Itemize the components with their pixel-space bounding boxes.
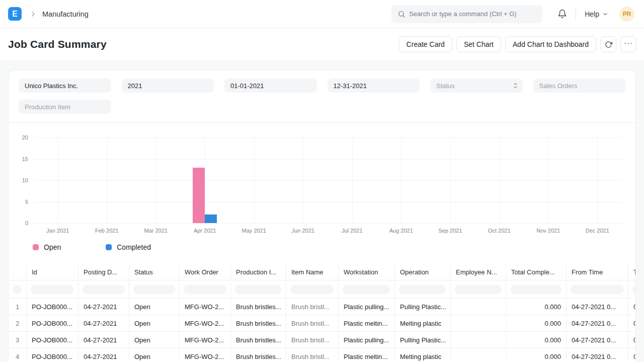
table-cell[interactable]: Brush bristl... bbox=[286, 315, 339, 332]
table-cell[interactable]: 0 bbox=[628, 332, 636, 348]
column-filter-input[interactable] bbox=[290, 285, 334, 294]
set-chart-button[interactable]: Set Chart bbox=[456, 36, 501, 52]
table-cell[interactable]: Pulling Plastic... bbox=[395, 332, 451, 348]
table-cell[interactable]: Melting plastic bbox=[395, 348, 451, 362]
filter-to-date[interactable]: 12-31-2021 bbox=[328, 79, 420, 93]
table-cell[interactable]: 0.000 bbox=[506, 315, 567, 332]
menu-button[interactable]: ··· bbox=[620, 36, 636, 52]
navbar: E Manufacturing Help PR bbox=[0, 0, 644, 28]
table-cell[interactable]: 04-27-2021 bbox=[78, 348, 129, 362]
table-cell[interactable]: 04-27-2021 0... bbox=[567, 299, 628, 315]
table-cell[interactable]: Open bbox=[129, 299, 180, 315]
column-header[interactable] bbox=[9, 264, 27, 280]
column-filter-input[interactable] bbox=[235, 285, 282, 294]
table-cell[interactable]: Open bbox=[129, 348, 180, 362]
column-header[interactable]: Item Name bbox=[286, 264, 339, 280]
column-filter-input[interactable] bbox=[571, 285, 624, 294]
table-cell[interactable]: Plastic pulling... bbox=[339, 332, 395, 348]
help-menu[interactable]: Help bbox=[585, 10, 608, 18]
table-cell[interactable]: 04-27-2021 bbox=[78, 315, 129, 332]
chart-bar-open[interactable] bbox=[193, 168, 205, 224]
table-cell[interactable] bbox=[451, 348, 506, 362]
legend-label: Open bbox=[44, 243, 61, 251]
add-chart-to-dashboard-button[interactable]: Add Chart to Dashboard bbox=[505, 36, 596, 52]
breadcrumb[interactable]: Manufacturing bbox=[42, 10, 89, 18]
column-filter-input[interactable] bbox=[510, 285, 562, 294]
table-cell[interactable]: Open bbox=[129, 315, 180, 332]
column-header[interactable]: Operation bbox=[395, 264, 451, 280]
table-cell[interactable]: 0.000 bbox=[506, 299, 567, 315]
table-cell[interactable]: Brush bristles... bbox=[231, 332, 286, 348]
filter-value: Sales Orders bbox=[539, 82, 578, 90]
table-cell[interactable]: MFG-WO-2... bbox=[180, 299, 231, 315]
table-cell[interactable]: PO-JOB000... bbox=[27, 348, 78, 362]
column-header[interactable]: Id bbox=[27, 264, 78, 280]
table-cell[interactable]: 04-27-2021 0... bbox=[567, 348, 628, 362]
table-cell[interactable]: Plastic meltin... bbox=[339, 315, 395, 332]
table-cell[interactable]: 0.000 bbox=[506, 332, 567, 348]
table-cell[interactable]: Brush bristles... bbox=[231, 348, 286, 362]
table-cell[interactable]: MFG-WO-2... bbox=[180, 315, 231, 332]
table-cell[interactable] bbox=[451, 332, 506, 348]
column-header[interactable]: Work Order bbox=[180, 264, 231, 280]
table-cell[interactable]: 0.000 bbox=[506, 348, 567, 362]
column-header[interactable]: From Time bbox=[567, 264, 628, 280]
filter-sales-orders[interactable]: Sales Orders bbox=[533, 79, 626, 93]
table-cell[interactable]: 0 bbox=[628, 348, 636, 362]
table-cell[interactable]: 04-27-2021 bbox=[78, 332, 129, 348]
column-filter-input[interactable] bbox=[133, 285, 175, 294]
create-card-button[interactable]: Create Card bbox=[399, 36, 452, 52]
table-cell[interactable]: Pulling Plastic... bbox=[395, 299, 451, 315]
filter-company[interactable]: Unico Plastics Inc. bbox=[19, 79, 111, 93]
notifications-bell-icon[interactable] bbox=[557, 9, 567, 19]
column-filter-input[interactable] bbox=[343, 285, 390, 294]
table-cell[interactable]: MFG-WO-2... bbox=[180, 348, 231, 362]
chart-bar-completed[interactable] bbox=[205, 214, 217, 223]
gridline bbox=[450, 137, 451, 223]
column-filter-input[interactable] bbox=[83, 285, 125, 294]
table-cell[interactable]: PO-JOB000... bbox=[27, 299, 78, 315]
table-cell[interactable]: 04-27-2021 bbox=[78, 299, 129, 315]
table-cell[interactable]: MFG-WO-2... bbox=[180, 332, 231, 348]
column-header[interactable]: Production I... bbox=[231, 264, 286, 280]
table-cell[interactable]: Brush bristles... bbox=[231, 299, 286, 315]
column-header[interactable]: T bbox=[628, 264, 636, 280]
table-cell[interactable]: Melting plastic bbox=[395, 315, 451, 332]
table-cell[interactable]: 0 bbox=[628, 315, 636, 332]
column-filter-input[interactable] bbox=[31, 285, 74, 294]
table-cell[interactable]: Brush bristl... bbox=[286, 348, 339, 362]
cell-value: MFG-WO-2... bbox=[185, 336, 224, 344]
table-cell[interactable]: PO-JOB000... bbox=[27, 332, 78, 348]
table-cell[interactable]: PO-JOB000... bbox=[27, 315, 78, 332]
column-filter-input[interactable] bbox=[184, 285, 226, 294]
table-cell[interactable]: Plastic meltin... bbox=[339, 348, 395, 362]
refresh-button[interactable] bbox=[600, 36, 616, 52]
table-cell[interactable]: 04-27-2021 0... bbox=[567, 332, 628, 348]
table-cell[interactable]: Brush bristl... bbox=[286, 332, 339, 348]
column-header[interactable]: Workstation bbox=[339, 264, 395, 280]
filter-fiscal-year[interactable]: 2021 bbox=[122, 79, 214, 93]
column-filter-input[interactable] bbox=[399, 285, 446, 294]
table-cell[interactable]: 0 bbox=[628, 299, 636, 315]
app-logo[interactable]: E bbox=[8, 7, 22, 21]
table-cell[interactable]: Brush bristl... bbox=[286, 299, 339, 315]
table-cell[interactable] bbox=[451, 315, 506, 332]
table-cell[interactable]: Open bbox=[129, 332, 180, 348]
cell-value: Open bbox=[134, 320, 150, 327]
table-cell[interactable]: Brush bristles... bbox=[231, 315, 286, 332]
column-filter-input[interactable] bbox=[455, 285, 502, 294]
column-filter-input[interactable] bbox=[632, 285, 636, 294]
user-avatar[interactable]: PR bbox=[619, 7, 634, 22]
column-header[interactable]: Total Comple... bbox=[506, 264, 567, 280]
column-header[interactable]: Posting D... bbox=[78, 264, 129, 280]
filter-production-item[interactable]: Production Item bbox=[19, 100, 111, 114]
search-input[interactable] bbox=[391, 5, 542, 23]
table-cell[interactable] bbox=[451, 299, 506, 315]
column-header[interactable]: Employee N... bbox=[451, 264, 506, 280]
table-cell[interactable]: Plastic pulling... bbox=[339, 299, 395, 315]
column-header[interactable]: Status bbox=[129, 264, 180, 280]
table-cell[interactable]: 04-27-2021 0... bbox=[567, 315, 628, 332]
filter-from-date[interactable]: 01-01-2021 bbox=[224, 79, 317, 93]
filter-status[interactable]: Status bbox=[430, 79, 523, 93]
column-filter-input[interactable] bbox=[13, 285, 22, 294]
